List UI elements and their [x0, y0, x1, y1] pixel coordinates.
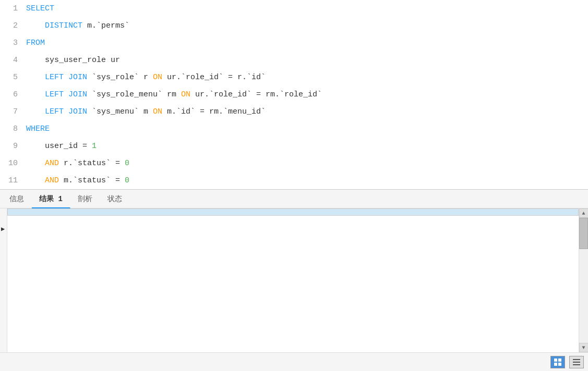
- line-content-4: sys_user_role ur: [26, 52, 120, 69]
- line-number-9: 9: [0, 138, 26, 155]
- code-line-9: 9 user_id = 1: [0, 138, 588, 155]
- code-line-4: 4 sys_user_role ur: [0, 52, 588, 69]
- line-content-11: AND m.`status` = 0: [26, 172, 129, 189]
- refresh-button[interactable]: [67, 356, 78, 368]
- stop-button[interactable]: [82, 356, 94, 368]
- row-indicator-arrow: ▶: [0, 208, 7, 233]
- line-content-2: DISTINCT m.`perms`: [26, 17, 129, 34]
- line-number-2: 2: [0, 17, 26, 34]
- confirm-button[interactable]: [35, 356, 47, 368]
- tab-结果-1[interactable]: 结果 1: [32, 190, 70, 208]
- add-button[interactable]: [4, 356, 16, 368]
- results-area: ▶ ▲ ▼: [0, 208, 588, 352]
- line-content-9: user_id = 1: [26, 138, 97, 155]
- line-number-10: 10: [0, 155, 26, 172]
- svg-rect-4: [573, 359, 580, 360]
- code-line-7: 7 LEFT JOIN `sys_menu` m ON m.`id` = rm.…: [0, 103, 588, 120]
- line-content-10: AND r.`status` = 0: [26, 155, 129, 172]
- line-content-3: FROM: [26, 34, 45, 52]
- code-line-8: 8WHERE: [0, 120, 588, 138]
- remove-button[interactable]: [20, 356, 31, 368]
- line-number-1: 1: [0, 0, 26, 17]
- code-line-11: 11 AND m.`status` = 0: [0, 172, 588, 189]
- svg-rect-3: [558, 363, 561, 366]
- line-number-6: 6: [0, 86, 26, 103]
- code-line-6: 6 LEFT JOIN `sys_role_menu` rm ON ur.`ro…: [0, 86, 588, 103]
- scrollbar-track[interactable]: [579, 218, 588, 343]
- code-line-3: 3FROM: [0, 34, 588, 52]
- svg-rect-6: [573, 364, 580, 365]
- line-number-11: 11: [0, 172, 26, 189]
- line-number-4: 4: [0, 52, 26, 69]
- line-content-7: LEFT JOIN `sys_menu` m ON m.`id` = rm.`m…: [26, 103, 266, 120]
- svg-rect-0: [554, 358, 557, 362]
- line-content-5: LEFT JOIN `sys_role` r ON ur.`role_id` =…: [26, 69, 266, 86]
- line-number-5: 5: [0, 69, 26, 86]
- line-number-8: 8: [0, 120, 26, 138]
- code-line-5: 5 LEFT JOIN `sys_role` r ON ur.`role_id`…: [0, 69, 588, 86]
- grid-view-button[interactable]: [550, 356, 565, 368]
- results-table-wrapper[interactable]: [7, 208, 579, 352]
- line-content-8: WHERE: [26, 120, 50, 138]
- tab-信息[interactable]: 信息: [2, 190, 32, 208]
- scroll-down-arrow[interactable]: ▼: [579, 343, 589, 352]
- svg-rect-1: [558, 358, 561, 362]
- column-header-perms: [8, 209, 579, 216]
- svg-rect-5: [573, 362, 580, 363]
- code-editor[interactable]: 1SELECT2 DISTINCT m.`perms`3FROM4 sys_us…: [0, 0, 588, 190]
- scrollbar-thumb[interactable]: [579, 218, 588, 249]
- line-number-3: 3: [0, 34, 26, 52]
- code-line-2: 2 DISTINCT m.`perms`: [0, 17, 588, 34]
- tab-状态[interactable]: 状态: [100, 190, 130, 208]
- tab-剖析[interactable]: 剖析: [70, 190, 100, 208]
- line-content-1: SELECT: [26, 0, 54, 17]
- results-table: [7, 208, 579, 216]
- scrollbar-right[interactable]: ▲ ▼: [579, 208, 588, 352]
- tabs-bar: 信息结果 1剖析状态: [0, 190, 588, 208]
- bottom-toolbar: [0, 352, 588, 371]
- text-view-button[interactable]: [569, 356, 584, 368]
- code-line-10: 10 AND r.`status` = 0: [0, 155, 588, 172]
- svg-rect-2: [554, 363, 557, 366]
- row-indicator: ▶: [0, 208, 7, 352]
- code-line-1: 1SELECT: [0, 0, 588, 17]
- cancel-button[interactable]: [51, 356, 63, 368]
- line-number-7: 7: [0, 103, 26, 120]
- scroll-up-arrow[interactable]: ▲: [579, 208, 589, 218]
- line-content-6: LEFT JOIN `sys_role_menu` rm ON ur.`role…: [26, 86, 322, 103]
